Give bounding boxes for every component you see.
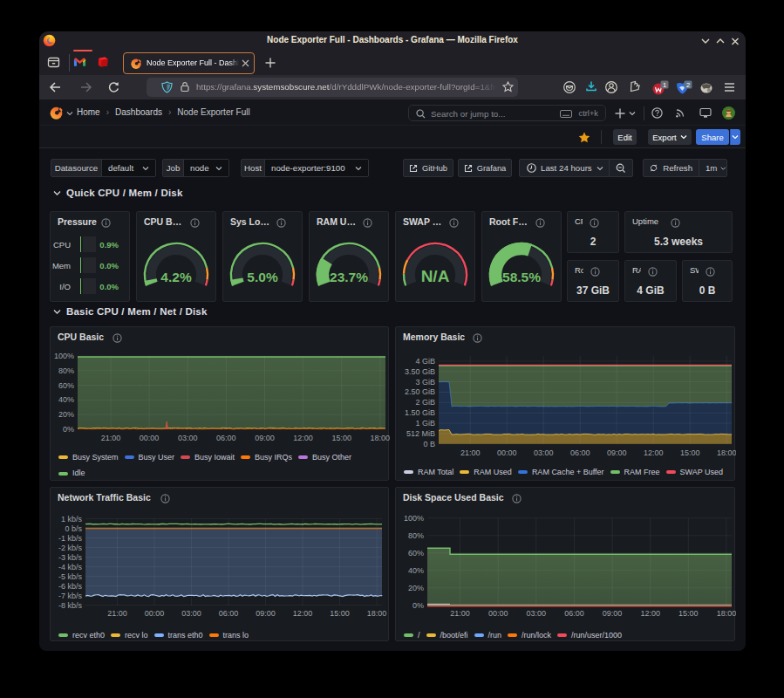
svg-text:15:00: 15:00 [678,609,699,618]
svg-text:03:00: 03:00 [534,448,554,457]
svg-text:60%: 60% [408,549,424,558]
svg-text:3 GiB: 3 GiB [415,378,435,387]
svg-text:21:00: 21:00 [101,434,121,442]
svg-text:15:00: 15:00 [680,448,700,457]
svg-text:N/A: N/A [421,267,450,285]
svg-text:-5 kb/s: -5 kb/s [58,572,83,581]
svg-text:21:00: 21:00 [450,609,470,618]
svg-text:03:00: 03:00 [527,609,547,618]
svg-text:15:00: 15:00 [331,434,351,442]
svg-text:100%: 100% [54,352,74,360]
svg-text:5.0%: 5.0% [247,270,278,284]
svg-text:15:00: 15:00 [330,609,350,618]
svg-text:80%: 80% [58,366,74,375]
svg-text:1.50 GiB: 1.50 GiB [405,408,435,417]
svg-text:1 kb/s: 1 kb/s [61,515,83,524]
svg-text:21:00: 21:00 [107,609,127,618]
svg-text:18:00: 18:00 [717,448,736,457]
svg-text:-6 kb/s: -6 kb/s [58,582,83,591]
svg-text:18:00: 18:00 [367,609,387,618]
svg-text:-7 kb/s: -7 kb/s [58,592,83,600]
svg-text:-8 kb/s: -8 kb/s [58,601,83,610]
svg-text:60%: 60% [58,381,74,390]
svg-text:09:00: 09:00 [607,448,627,457]
svg-text:09:00: 09:00 [256,609,276,618]
svg-text:23.7%: 23.7% [330,270,368,284]
svg-text:18:00: 18:00 [371,434,390,442]
svg-text:40%: 40% [58,395,74,404]
svg-text:0 b/s: 0 b/s [65,524,82,533]
svg-text:-4 kb/s: -4 kb/s [58,563,83,571]
svg-text:09:00: 09:00 [603,609,623,618]
svg-text:1: 1 [663,81,666,89]
svg-text:00:00: 00:00 [497,448,517,457]
svg-text:4 GiB: 4 GiB [415,357,435,366]
svg-text:2 GiB: 2 GiB [415,398,435,407]
svg-text:1 GiB: 1 GiB [415,419,435,428]
svg-text:2.50 GiB: 2.50 GiB [405,387,435,396]
svg-text:20%: 20% [58,410,74,419]
svg-text:00:00: 00:00 [140,434,160,442]
svg-text:06:00: 06:00 [216,434,236,442]
svg-text:00:00: 00:00 [488,609,508,618]
svg-text:12:00: 12:00 [293,434,313,442]
svg-text:0 B: 0 B [423,440,435,448]
svg-text:06:00: 06:00 [570,448,590,457]
svg-text:58.5%: 58.5% [502,270,541,284]
svg-text:12:00: 12:00 [644,448,664,457]
svg-text:3.50 GiB: 3.50 GiB [405,367,435,376]
svg-text:2: 2 [686,81,690,89]
svg-text:-2 kb/s: -2 kb/s [58,544,83,552]
svg-text:03:00: 03:00 [178,434,198,442]
svg-text:-1 kb/s: -1 kb/s [58,534,83,543]
svg-text:20%: 20% [408,584,424,592]
svg-text:06:00: 06:00 [219,609,239,618]
svg-text:12:00: 12:00 [640,609,660,618]
svg-text:12:00: 12:00 [293,609,313,618]
svg-text:4.2%: 4.2% [160,270,192,284]
svg-text:80%: 80% [408,531,424,540]
svg-text:0%: 0% [412,601,424,610]
svg-text:40%: 40% [408,566,424,575]
svg-text:512 MiB: 512 MiB [406,429,435,438]
svg-text:0%: 0% [63,425,74,434]
svg-text:03:00: 03:00 [181,609,201,618]
svg-text:00:00: 00:00 [145,609,165,618]
svg-text:100%: 100% [404,514,424,523]
svg-text:-3 kb/s: -3 kb/s [58,553,83,562]
svg-text:09:00: 09:00 [255,434,275,442]
svg-text:18:00: 18:00 [717,609,736,618]
svg-text:21:00: 21:00 [460,448,481,457]
svg-text:06:00: 06:00 [564,609,584,618]
